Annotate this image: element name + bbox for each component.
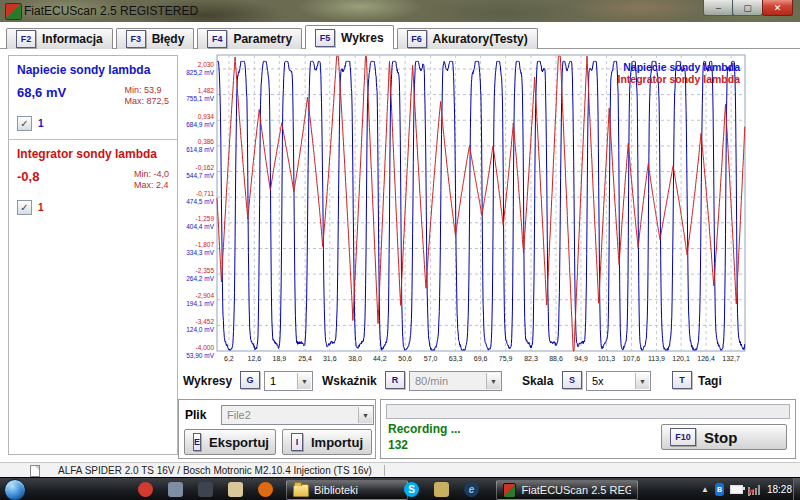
show-desktop-button[interactable] [793, 478, 800, 500]
sensor-panel: Napiecie sondy lambda 68,6 mV Min: 53,9M… [8, 55, 178, 455]
export-button[interactable]: E Eksportuj [184, 429, 276, 455]
svg-text:31,6: 31,6 [323, 355, 337, 362]
svg-text:-3,452: -3,452 [196, 318, 215, 325]
chart-legend: Napiecie sondy lambda Integrator sondy l… [617, 61, 740, 85]
g-key-badge: G [240, 371, 260, 389]
taskbar-biblioteki-button[interactable]: Biblioteki [286, 480, 408, 500]
title-bar[interactable]: FiatECUScan 2.5 REGISTERED – ▢ ✕ [0, 0, 800, 22]
tagi-label: Tagi [698, 374, 722, 388]
ie-icon[interactable]: e [464, 482, 479, 497]
mail-icon[interactable] [228, 482, 243, 497]
svg-text:57,0: 57,0 [424, 355, 438, 362]
tab-label: Parametry [233, 32, 292, 46]
stop-button[interactable]: F10 Stop [661, 424, 787, 450]
taskbar-clock[interactable]: 18:28 [767, 484, 792, 495]
start-button[interactable] [4, 479, 26, 500]
tab-bar: F2 Informacja F3 Błędy F4 Parametry F5 W… [6, 25, 538, 49]
svg-text:755,1 mV: 755,1 mV [186, 95, 214, 102]
svg-text:94,9: 94,9 [574, 355, 588, 362]
recording-groupbox: Recording ... 132 F10 Stop [380, 399, 796, 459]
f2-key-badge: F2 [16, 30, 36, 48]
app-dark-icon[interactable] [198, 482, 213, 497]
tray-expand-icon[interactable]: ▲ [701, 485, 709, 494]
tab-wykres[interactable]: F5 Wykres [305, 25, 393, 49]
svg-text:69,6: 69,6 [474, 355, 488, 362]
app-icon [503, 483, 516, 498]
svg-text:12,6: 12,6 [248, 355, 262, 362]
svg-text:825,2 mV: 825,2 mV [186, 69, 214, 76]
svg-text:6,2: 6,2 [224, 355, 234, 362]
import-button[interactable]: I Importuj [282, 429, 372, 455]
wskaznik-select[interactable]: 80/min▼ [409, 371, 502, 391]
tab-page-wykres: Napiecie sondy lambda 68,6 mV Min: 53,9M… [0, 48, 800, 461]
svg-text:2,030: 2,030 [198, 61, 215, 68]
minimize-button[interactable]: – [703, 0, 734, 16]
svg-text:194,1 mV: 194,1 mV [186, 300, 214, 307]
sensor-napiecie: Napiecie sondy lambda 68,6 mV Min: 53,9M… [9, 56, 177, 135]
chevron-down-icon: ▼ [486, 373, 500, 389]
wykresy-select[interactable]: 1▼ [264, 371, 313, 391]
bluetooth-icon[interactable]: B [715, 483, 724, 496]
svg-text:334,3 mV: 334,3 mV [186, 249, 214, 256]
chevron-down-icon: ▼ [358, 407, 372, 423]
svg-text:684,9 mV: 684,9 mV [186, 121, 214, 128]
divider [384, 465, 385, 476]
svg-text:1,482: 1,482 [198, 87, 215, 94]
file-groupbox: Plik File2▼ E Eksportuj I Importuj [178, 399, 376, 459]
svg-text:0,934: 0,934 [198, 113, 215, 120]
sensor-name: Napiecie sondy lambda [17, 63, 169, 77]
s-key-badge: S [562, 371, 582, 389]
folder-app-icon[interactable] [434, 482, 449, 497]
svg-text:18,9: 18,9 [273, 355, 287, 362]
close-button[interactable]: ✕ [762, 0, 793, 16]
restore-button[interactable]: ▢ [732, 0, 763, 16]
i-key-badge: I [291, 433, 303, 451]
f3-key-badge: F3 [126, 30, 146, 48]
progress-strip [386, 404, 790, 419]
app-window-icon [5, 3, 22, 20]
document-icon [30, 465, 40, 477]
svg-text:544,7 mV: 544,7 mV [186, 172, 214, 179]
tab-label: Wykres [341, 31, 383, 45]
legend-napiecie: Napiecie sondy lambda [617, 61, 740, 73]
svg-text:126,4: 126,4 [697, 355, 715, 362]
tab-label: Informacja [42, 32, 103, 46]
f6-key-badge: F6 [407, 30, 427, 48]
taskbar-fiatecuscan-button[interactable]: FiatECUScan 2.5 REGI... [496, 480, 638, 500]
svg-text:0,386: 0,386 [198, 138, 215, 145]
wykresy-label: Wykresy [183, 374, 232, 388]
svg-text:75,9: 75,9 [499, 355, 513, 362]
star-orange-icon[interactable] [258, 482, 273, 497]
chart-canvas: 2,030825,2 mV1,482755,1 mV0,934684,9 mV0… [183, 53, 750, 367]
chevron-down-icon: ▼ [635, 373, 649, 389]
app-gray-icon[interactable] [168, 482, 183, 497]
channel-label: 1 [38, 118, 44, 129]
battery-icon[interactable] [730, 485, 743, 494]
svg-text:-2,904: -2,904 [196, 292, 215, 299]
channel-checkbox[interactable]: ✓ [17, 200, 32, 215]
network-signal-icon[interactable]: ✕ [749, 485, 761, 495]
svg-text:-2,355: -2,355 [196, 267, 215, 274]
f10-key-badge: F10 [670, 428, 696, 446]
channel-checkbox[interactable]: ✓ [17, 116, 32, 131]
tab-akuratory[interactable]: F6 Akuratory(Testy) [397, 28, 538, 49]
wskaznik-label: Wskaźnik [322, 374, 377, 388]
tab-parametry[interactable]: F4 Parametry [197, 28, 302, 49]
svg-text:44,2: 44,2 [373, 355, 387, 362]
system-tray: ▲ B ✕ 18:28 [701, 478, 792, 500]
browser-red-icon[interactable] [138, 482, 153, 497]
file-select[interactable]: File2▼ [221, 405, 374, 425]
tab-informacja[interactable]: F2 Informacja [6, 28, 113, 49]
f4-key-badge: F4 [207, 30, 227, 48]
sensor-integrator: Integrator sondy lambda -0,8 Min: -4,0Ma… [9, 140, 177, 219]
skala-select[interactable]: 5x▼ [586, 371, 651, 391]
svg-text:88,6: 88,6 [549, 355, 563, 362]
skype-icon[interactable]: S [404, 482, 419, 497]
chevron-down-icon: ▼ [297, 373, 311, 389]
svg-text:404,4 mV: 404,4 mV [186, 223, 214, 230]
r-key-badge: R [385, 371, 405, 389]
tab-bledy[interactable]: F3 Błędy [116, 28, 195, 49]
screen: FiatECUScan 2.5 REGISTERED – ▢ ✕ F2 Info… [0, 0, 800, 500]
window-title: FiatECUScan 2.5 REGISTERED [24, 4, 198, 18]
channel-label: 1 [38, 202, 44, 213]
